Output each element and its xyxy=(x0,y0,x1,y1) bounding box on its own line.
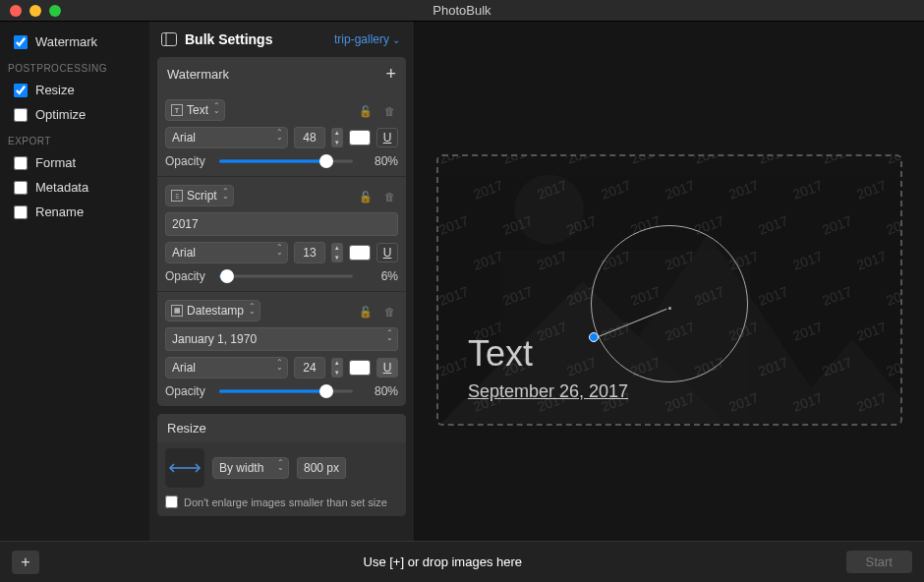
color-swatch[interactable] xyxy=(349,245,371,261)
watermark-item-datestamp: ▦ Datestamp Arial ▴▾ U xyxy=(157,291,406,406)
script-type-icon: ⠿ xyxy=(171,190,183,202)
dropzone-hint: Use [+] or drop images here xyxy=(39,554,846,569)
resize-checkbox[interactable] xyxy=(14,84,28,97)
preview-dropzone[interactable]: 2017201720172017201720172017201720172017… xyxy=(436,154,902,426)
metadata-label: Metadata xyxy=(35,180,88,195)
date-input[interactable] xyxy=(165,327,398,351)
watermark-label: Watermark xyxy=(35,34,97,49)
format-label: Format xyxy=(35,155,76,170)
sidebar-item-metadata[interactable]: Metadata xyxy=(0,175,149,200)
trash-icon[interactable] xyxy=(381,103,398,118)
metadata-checkbox[interactable] xyxy=(14,181,28,195)
dont-enlarge-checkbox[interactable] xyxy=(165,495,178,508)
resize-panel: Resize By width Don't enlarge images sma… xyxy=(157,414,406,516)
unlock-icon[interactable] xyxy=(356,189,375,204)
sidebar-item-format[interactable]: Format xyxy=(0,150,149,175)
resize-mode-select[interactable]: By width xyxy=(212,457,289,479)
preview-datestamp[interactable]: September 26, 2017 xyxy=(468,381,628,402)
resize-panel-title: Resize xyxy=(167,421,206,436)
add-images-button[interactable]: + xyxy=(12,551,39,574)
watermark-type-select[interactable]: ⠿ Script xyxy=(165,185,234,206)
svg-rect-0 xyxy=(162,33,177,46)
opacity-slider[interactable] xyxy=(219,274,353,278)
chevron-down-icon xyxy=(392,32,400,46)
resize-value-input[interactable] xyxy=(297,457,346,479)
font-size-input[interactable] xyxy=(294,127,325,148)
opacity-slider[interactable] xyxy=(219,389,353,393)
underline-button[interactable]: U xyxy=(376,358,398,378)
underline-button[interactable]: U xyxy=(376,243,398,262)
titlebar: PhotoBulk xyxy=(0,0,924,22)
opacity-value: 6% xyxy=(363,269,398,283)
font-select[interactable]: Arial xyxy=(165,127,288,148)
format-checkbox[interactable] xyxy=(14,156,28,170)
sidebar-item-rename[interactable]: Rename xyxy=(0,200,149,224)
sidebar-group-postprocessing: POSTPROCESSING xyxy=(0,54,149,78)
rename-label: Rename xyxy=(35,204,84,219)
layout-icon xyxy=(161,32,177,46)
sidebar: Watermark POSTPROCESSING Resize Optimize… xyxy=(0,22,149,561)
text-type-icon: T xyxy=(171,104,183,116)
bottombar: + Use [+] or drop images here Start xyxy=(0,541,924,582)
preset-label: trip-gallery xyxy=(334,32,389,46)
size-stepper[interactable]: ▴▾ xyxy=(331,358,343,378)
script-text-input[interactable] xyxy=(165,212,398,236)
placement-circle[interactable] xyxy=(591,225,748,382)
color-swatch[interactable] xyxy=(349,360,371,376)
watermark-item-script: ⠿ Script Arial ▴▾ U xyxy=(157,176,406,291)
calendar-icon: ▦ xyxy=(171,305,183,317)
opacity-label: Opacity xyxy=(165,384,209,398)
size-stepper[interactable]: ▴▾ xyxy=(331,243,343,262)
settings-column: Bulk Settings trip-gallery Watermark + T… xyxy=(149,22,415,561)
sidebar-item-resize[interactable]: Resize xyxy=(0,78,149,102)
settings-title: Bulk Settings xyxy=(185,31,272,47)
optimize-label: Optimize xyxy=(35,107,86,122)
preset-dropdown[interactable]: trip-gallery xyxy=(334,32,400,46)
circle-handle[interactable] xyxy=(589,332,599,342)
font-size-input[interactable] xyxy=(294,357,325,378)
radius-line xyxy=(596,309,667,338)
font-select[interactable]: Arial xyxy=(165,357,288,378)
resize-mode-icon xyxy=(165,448,204,488)
opacity-label: Opacity xyxy=(165,269,209,283)
sidebar-group-export: EXPORT xyxy=(0,127,149,150)
app-title: PhotoBulk xyxy=(0,3,924,18)
optimize-checkbox[interactable] xyxy=(14,108,28,122)
sidebar-item-optimize[interactable]: Optimize xyxy=(0,102,149,127)
opacity-value: 80% xyxy=(363,384,398,398)
preview-text-watermark[interactable]: Text xyxy=(468,333,533,375)
watermark-checkbox[interactable] xyxy=(14,35,28,49)
watermark-panel: Watermark + T Text Arial ▴▾ xyxy=(157,57,406,406)
opacity-label: Opacity xyxy=(165,154,209,168)
size-stepper[interactable]: ▴▾ xyxy=(331,128,343,147)
watermark-panel-title: Watermark xyxy=(167,67,229,82)
underline-button[interactable]: U xyxy=(376,128,398,147)
resize-label: Resize xyxy=(35,83,75,97)
opacity-slider[interactable] xyxy=(219,159,353,163)
watermark-type-select[interactable]: T Text xyxy=(165,99,225,121)
font-size-input[interactable] xyxy=(294,242,325,263)
trash-icon[interactable] xyxy=(381,304,398,319)
add-watermark-button[interactable]: + xyxy=(385,64,396,85)
sidebar-item-watermark[interactable]: Watermark xyxy=(0,29,149,54)
unlock-icon[interactable] xyxy=(356,304,375,319)
start-button[interactable]: Start xyxy=(846,551,912,573)
preview-area: 2017201720172017201720172017201720172017… xyxy=(415,22,924,561)
dont-enlarge-label: Don't enlarge images smaller than set si… xyxy=(184,496,387,508)
watermark-item-text: T Text Arial ▴▾ U Opacity xyxy=(157,91,406,176)
font-select[interactable]: Arial xyxy=(165,242,288,263)
color-swatch[interactable] xyxy=(349,130,371,146)
trash-icon[interactable] xyxy=(381,189,398,204)
rename-checkbox[interactable] xyxy=(14,205,28,219)
opacity-value: 80% xyxy=(363,154,398,168)
settings-header: Bulk Settings trip-gallery xyxy=(157,29,406,57)
circle-center xyxy=(668,307,671,310)
watermark-type-select[interactable]: ▦ Datestamp xyxy=(165,300,260,321)
unlock-icon[interactable] xyxy=(356,103,375,118)
